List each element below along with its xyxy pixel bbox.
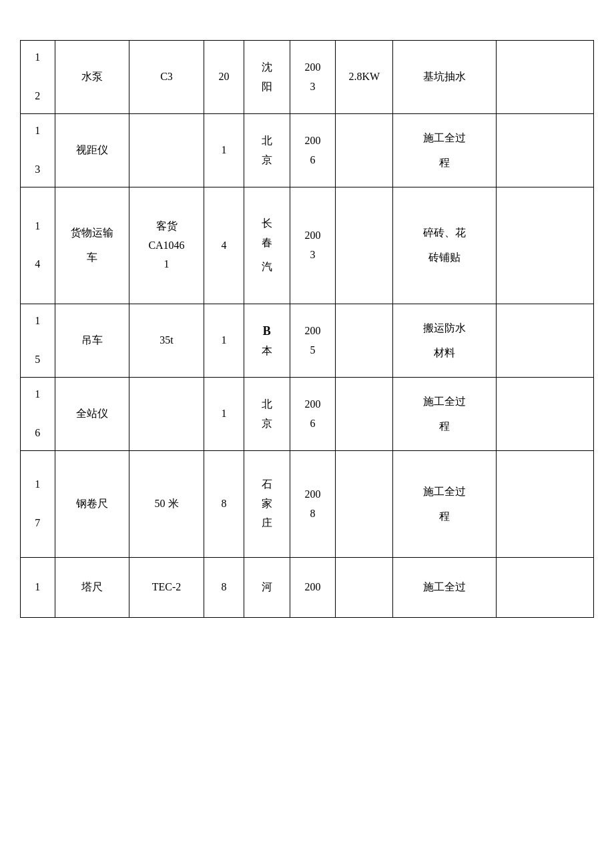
row-model: 35t	[129, 304, 204, 378]
row-num: 1 3	[21, 114, 55, 187]
row-qty: 8	[204, 451, 244, 558]
row-remarks: 施工全过 程	[393, 114, 497, 187]
row-extra	[496, 378, 593, 451]
equipment-table: 1 2 水泵 C3 20 沈 阳 200 3 2.8KW 基坑抽水	[20, 40, 594, 618]
row-extra	[496, 187, 593, 304]
table-row: 1 3 视距仪 1 北 京 200 6 施工全过 程	[21, 114, 594, 187]
row-origin: 石 家 庄	[244, 451, 290, 558]
table-row: 1 5 吊车 35t 1 B 本 200 5 搬运防水 材料	[21, 304, 594, 378]
row-year: 200 6	[290, 378, 336, 451]
row-origin: 河	[244, 558, 290, 618]
table-row: 1 7 钢卷尺 50 米 8 石 家 庄 200 8 施工全过 程	[21, 451, 594, 558]
row-qty: 4	[204, 187, 244, 304]
row-year: 200 3	[290, 187, 336, 304]
row-year: 200 8	[290, 451, 336, 558]
row-name: 水泵	[55, 41, 129, 114]
table-row: 1 2 水泵 C3 20 沈 阳 200 3 2.8KW 基坑抽水	[21, 41, 594, 114]
row-name: 视距仪	[55, 114, 129, 187]
table-row: 1 6 全站仪 1 北 京 200 6 施工全过 程	[21, 378, 594, 451]
row-num: 1 6	[21, 378, 55, 451]
row-num: 1 7	[21, 451, 55, 558]
row-model: TEC-2	[129, 558, 204, 618]
row-name: 吊车	[55, 304, 129, 378]
row-remarks: 搬运防水 材料	[393, 304, 497, 378]
row-num: 1	[21, 558, 55, 618]
row-year: 200 6	[290, 114, 336, 187]
row-remarks: 施工全过	[393, 558, 497, 618]
row-name: 塔尺	[55, 558, 129, 618]
row-qty: 8	[204, 558, 244, 618]
row-extra	[496, 304, 593, 378]
row-power	[336, 451, 393, 558]
row-model: C3	[129, 41, 204, 114]
row-num: 1 5	[21, 304, 55, 378]
row-power: 2.8KW	[336, 41, 393, 114]
row-year: 200	[290, 558, 336, 618]
row-extra	[496, 558, 593, 618]
row-qty: 1	[204, 114, 244, 187]
row-origin: B 本	[244, 304, 290, 378]
row-power	[336, 187, 393, 304]
row-year: 200 5	[290, 304, 336, 378]
row-power	[336, 304, 393, 378]
table-row: 1 塔尺 TEC-2 8 河 200 施工全过	[21, 558, 594, 618]
row-extra	[496, 41, 593, 114]
row-name: 全站仪	[55, 378, 129, 451]
row-model: 50 米	[129, 451, 204, 558]
row-model	[129, 114, 204, 187]
row-power	[336, 114, 393, 187]
row-origin: 长 春 汽	[244, 187, 290, 304]
row-remarks: 施工全过 程	[393, 378, 497, 451]
row-remarks: 碎砖、花 砖铺贴	[393, 187, 497, 304]
row-name: 货物运输 车	[55, 187, 129, 304]
row-extra	[496, 114, 593, 187]
row-remarks: 基坑抽水	[393, 41, 497, 114]
row-qty: 1	[204, 378, 244, 451]
row-origin: 北 京	[244, 378, 290, 451]
row-power	[336, 558, 393, 618]
row-power	[336, 378, 393, 451]
row-qty: 1	[204, 304, 244, 378]
row-extra	[496, 451, 593, 558]
row-num: 1 2	[21, 41, 55, 114]
main-table-container: 1 2 水泵 C3 20 沈 阳 200 3 2.8KW 基坑抽水	[20, 40, 594, 618]
row-name: 钢卷尺	[55, 451, 129, 558]
row-model: 客货 CA1046 1	[129, 187, 204, 304]
row-remarks: 施工全过 程	[393, 451, 497, 558]
row-model	[129, 378, 204, 451]
table-row: 1 4 货物运输 车 客货 CA1046 1 4 长 春 汽	[21, 187, 594, 304]
row-origin: 沈 阳	[244, 41, 290, 114]
row-origin: 北 京	[244, 114, 290, 187]
row-year: 200 3	[290, 41, 336, 114]
row-qty: 20	[204, 41, 244, 114]
row-num: 1 4	[21, 187, 55, 304]
